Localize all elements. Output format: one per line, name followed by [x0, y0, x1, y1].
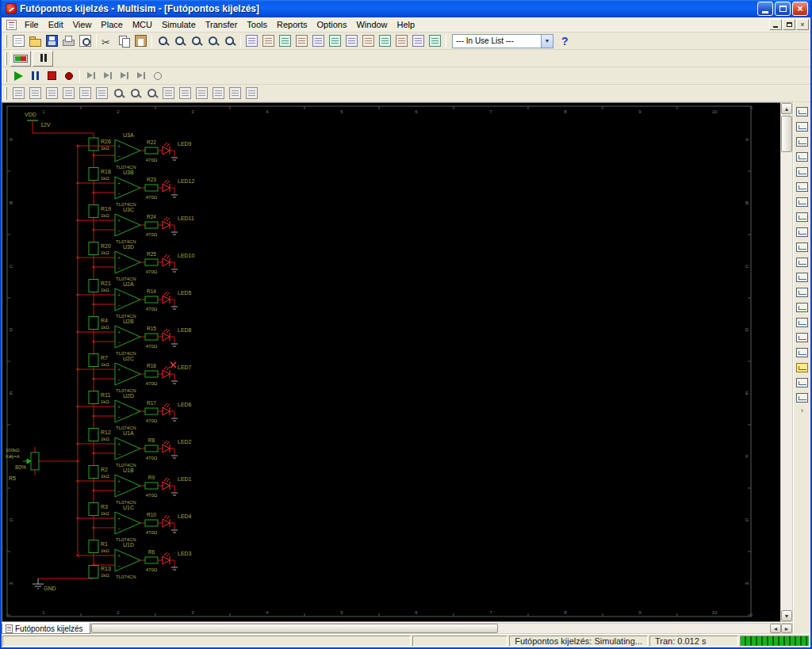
zoom-area-button[interactable]: [155, 33, 171, 49]
overlay-traces-button[interactable]: [210, 86, 227, 101]
iv-analyzer-button[interactable]: [795, 254, 810, 269]
save-graph-button[interactable]: [44, 86, 60, 101]
scroll-down-button[interactable]: ▼: [781, 610, 792, 621]
hscroll-thumb[interactable]: [91, 624, 498, 633]
word-generator-button[interactable]: [795, 209, 810, 224]
zoom-graph-in-button[interactable]: [110, 86, 127, 101]
step-into-button[interactable]: [82, 68, 99, 84]
new-analysis-button[interactable]: [10, 86, 27, 101]
print-graph-button[interactable]: [60, 86, 77, 101]
electrical-rules-check-button[interactable]: [343, 33, 360, 49]
trace-properties-button[interactable]: [193, 86, 210, 101]
save-button[interactable]: [44, 33, 60, 49]
document-icon[interactable]: [6, 20, 17, 30]
run-to-cursor-button[interactable]: [132, 68, 149, 84]
minimize-button[interactable]: [757, 2, 773, 16]
menu-simulate[interactable]: Simulate: [157, 18, 201, 31]
menu-file[interactable]: File: [20, 18, 44, 31]
scroll-right-button[interactable]: ►: [781, 624, 792, 633]
spreadsheet-view-button[interactable]: [260, 33, 277, 49]
copy-button[interactable]: [116, 33, 132, 49]
print-preview-button[interactable]: [77, 33, 94, 49]
open-button[interactable]: [27, 33, 44, 49]
legend-toggle-button[interactable]: [177, 86, 193, 101]
pauseswitch-button[interactable]: [33, 51, 53, 67]
multimeter-button[interactable]: [795, 104, 810, 119]
sheet-tab[interactable]: Futópontos kijelzés: [2, 623, 90, 634]
titlebar[interactable]: Futópontos kijelzés - Multisim - [Futópo…: [2, 0, 810, 17]
horizontal-scrollbar[interactable]: ◄ ►: [90, 623, 793, 634]
cut-button[interactable]: [99, 33, 116, 49]
breakpoint-button[interactable]: [149, 68, 166, 84]
create-component-button[interactable]: [293, 33, 310, 49]
page-setup-button[interactable]: [243, 86, 260, 101]
function-generator-button[interactable]: [795, 119, 810, 134]
restore-button[interactable]: [775, 2, 791, 16]
child-minimize-button[interactable]: [769, 19, 782, 30]
wattmeter-button[interactable]: [795, 134, 810, 149]
frequency-counter-button[interactable]: [795, 194, 810, 209]
back-annotate-button[interactable]: [377, 33, 393, 49]
vscroll-thumb[interactable]: [781, 116, 792, 152]
cursor-button[interactable]: [94, 86, 110, 101]
open-graph-button[interactable]: [27, 86, 44, 101]
scroll-up-button[interactable]: ▲: [781, 103, 792, 114]
pause-button[interactable]: [27, 68, 44, 84]
postprocessor-button[interactable]: [327, 33, 343, 49]
toolbar-grip[interactable]: [5, 70, 7, 82]
agilent-multimeter-button[interactable]: [795, 330, 810, 345]
agilent-oscilloscope-button[interactable]: [795, 345, 810, 360]
current-probe-button[interactable]: [795, 390, 810, 405]
database-manager-button[interactable]: [277, 33, 293, 49]
step-over-button[interactable]: [99, 68, 116, 84]
forward-annotate-button[interactable]: [393, 33, 410, 49]
menu-transfer[interactable]: Transfer: [201, 18, 243, 31]
tektronix-oscilloscope-button[interactable]: [795, 375, 810, 390]
stop-button[interactable]: [44, 68, 60, 84]
logic-analyzer-button[interactable]: [795, 224, 810, 239]
spectrum-analyzer-button[interactable]: [795, 284, 810, 300]
zoom-graph-out-button[interactable]: [127, 86, 144, 101]
vertical-scrollbar[interactable]: ▲ ▼: [780, 102, 793, 622]
zoom-out-button[interactable]: [188, 33, 205, 49]
help-button[interactable]: ?: [557, 35, 573, 48]
menu-place[interactable]: Place: [96, 18, 128, 31]
new-button[interactable]: [10, 33, 27, 49]
menu-tools[interactable]: Tools: [242, 18, 272, 31]
record-button[interactable]: [60, 68, 77, 84]
toolbar-grip[interactable]: [5, 52, 7, 65]
edit-symbol-button[interactable]: [427, 33, 443, 49]
bode-plotter-button[interactable]: [795, 179, 810, 194]
toolbar-overflow-chevron-icon[interactable]: ›: [801, 407, 803, 414]
design-toolbox-button[interactable]: [243, 33, 260, 49]
print-button[interactable]: [60, 33, 77, 49]
oscilloscope-button[interactable]: [795, 149, 810, 164]
zoom-in-button[interactable]: [171, 33, 188, 49]
menu-window[interactable]: Window: [351, 18, 392, 31]
child-restore-button[interactable]: [783, 19, 795, 30]
scroll-left-button[interactable]: ◄: [770, 624, 781, 633]
step-out-button[interactable]: [116, 68, 132, 84]
menu-view[interactable]: View: [68, 18, 97, 31]
toolbar-grip[interactable]: [5, 35, 7, 48]
close-button[interactable]: ×: [792, 2, 808, 16]
logic-converter-button[interactable]: [795, 239, 810, 254]
dropdown-arrow-icon[interactable]: ▼: [541, 35, 553, 48]
grapher-button[interactable]: [310, 33, 327, 49]
schematic-canvas[interactable]: 1122334455667788991010AABBCCDDEEFFGGHHVD…: [2, 102, 780, 622]
play-button[interactable]: [10, 68, 27, 84]
in-use-list-dropdown[interactable]: --- In Use List --- ▼: [452, 34, 553, 48]
child-close-button[interactable]: ×: [796, 19, 809, 30]
paste-button[interactable]: [132, 33, 149, 49]
export-data-button[interactable]: [227, 86, 243, 101]
menu-options[interactable]: Options: [312, 18, 352, 31]
menu-reports[interactable]: Reports: [272, 18, 312, 31]
preview-graph-button[interactable]: [77, 86, 94, 101]
agilent-function-generator-button[interactable]: [795, 315, 810, 330]
runswitch-button[interactable]: [10, 51, 31, 67]
zoom-graph-full-button[interactable]: [144, 86, 160, 101]
menu-mcu[interactable]: MCU: [128, 18, 157, 31]
menu-edit[interactable]: Edit: [44, 18, 68, 31]
toolbar-grip[interactable]: [5, 87, 7, 100]
four-channel-oscilloscope-button[interactable]: [795, 164, 810, 179]
